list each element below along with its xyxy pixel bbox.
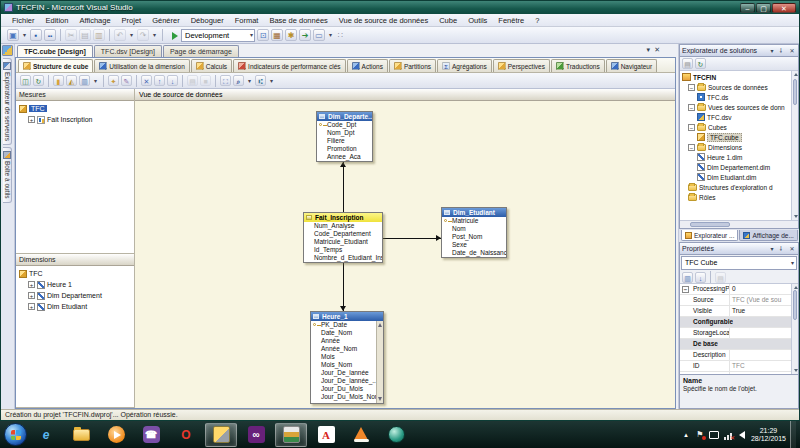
table-field[interactable]: Année <box>311 337 383 345</box>
new-project-icon[interactable] <box>7 29 19 41</box>
doc-list-chevron-icon[interactable] <box>647 46 651 54</box>
node-roles[interactable]: Rôles <box>680 192 798 202</box>
add-cube-dimension-icon[interactable] <box>108 75 119 86</box>
table-field[interactable]: Nom <box>442 225 506 233</box>
start-debug-icon[interactable] <box>167 29 179 41</box>
menu-outils[interactable]: Outils <box>463 15 492 26</box>
show-all-files-icon[interactable] <box>682 58 693 69</box>
taskbar-adobe-reader[interactable] <box>310 423 342 447</box>
table-field[interactable]: Num_Analyse <box>304 222 382 230</box>
alphabetical-icon[interactable] <box>695 272 706 283</box>
grid-dropdown-icon[interactable] <box>92 75 99 87</box>
prop-description[interactable]: Description <box>680 350 798 361</box>
pin-icon[interactable] <box>778 47 786 54</box>
refresh-icon[interactable] <box>695 58 706 69</box>
table-field[interactable]: Jour_Du_Mois_Nom <box>311 393 383 401</box>
prop-id[interactable]: IDTFC <box>680 361 798 372</box>
table-field[interactable]: Nombre_d_Etudiant_Ins... <box>304 254 382 262</box>
prop-source[interactable]: SourceTFC (Vue de sou <box>680 295 798 306</box>
pin-icon[interactable] <box>778 245 786 252</box>
tab-utilisation-dimension[interactable]: Utilisation de la dimension <box>94 59 190 72</box>
taskbar-clock[interactable]: 21:29 28/12/2015 <box>751 427 786 443</box>
table-field[interactable]: PK_Date <box>311 321 383 329</box>
dimension-dim-etudiant[interactable]: Dim Etudiant <box>16 301 134 312</box>
refresh-icon[interactable] <box>33 75 44 86</box>
deploy-icon[interactable] <box>299 29 311 41</box>
menu-format[interactable]: Format <box>230 15 264 26</box>
table-field[interactable]: Matricule_Etudiant <box>304 238 382 246</box>
category-de-base[interactable]: De base <box>680 339 798 350</box>
menu-edition[interactable]: Edition <box>41 15 74 26</box>
prop-visible[interactable]: VisibleTrue <box>680 306 798 317</box>
table-fait-inscription[interactable]: Fait_Inscription Num_Analyse Code_Depart… <box>303 212 383 263</box>
table-scrollbar[interactable] <box>376 321 383 403</box>
categorized-icon[interactable] <box>682 272 693 283</box>
window-layout-icon[interactable] <box>313 29 325 41</box>
table-field[interactable]: Nom_Dpt <box>317 129 372 137</box>
undo-icon[interactable] <box>114 29 126 41</box>
move-down-icon[interactable] <box>167 75 178 86</box>
delete-icon[interactable] <box>141 75 152 86</box>
taskbar-globe-app[interactable] <box>380 423 412 447</box>
chevron-down-icon[interactable] <box>768 245 776 252</box>
close-icon[interactable] <box>788 245 796 252</box>
table-field[interactable]: Promotion <box>317 145 372 153</box>
solution-explorer-titlebar[interactable]: Explorateur de solutions <box>679 44 799 57</box>
table-header[interactable]: Dim_Departe... <box>317 112 372 121</box>
tab-kpi[interactable]: Indicateurs de performance clés <box>233 59 346 72</box>
node-tfc-ds[interactable]: TFC.ds <box>680 92 798 102</box>
menu-base-de-donnees[interactable]: Base de données <box>264 15 332 26</box>
node-tfcfin[interactable]: TFCFIN <box>680 72 798 82</box>
node-sources-de-donnees[interactable]: Sources de données <box>680 82 798 92</box>
zoom-icon[interactable] <box>233 75 244 86</box>
menu-aide[interactable]: ? <box>530 15 544 26</box>
process-cube-icon[interactable] <box>20 75 31 86</box>
tab-boite-a-outils[interactable]: Boîte à outils <box>3 147 12 203</box>
taskbar-visual-studio[interactable] <box>240 423 272 447</box>
taskbar-media-player[interactable] <box>100 423 132 447</box>
fit-diagram-icon[interactable] <box>220 75 231 86</box>
redo-icon[interactable] <box>137 29 149 41</box>
taskbar-ssms-tool[interactable] <box>205 423 237 447</box>
table-field[interactable]: Mois_Nom <box>311 361 383 369</box>
solution-configuration-combo[interactable]: Development <box>181 29 255 42</box>
taskbar-file-explorer[interactable] <box>65 423 97 447</box>
tab-affichage-classes[interactable]: Affichage de... <box>739 230 797 241</box>
server-explorer-strip-icon[interactable] <box>2 45 13 56</box>
prop-processingprio[interactable]: ProcessingPrio0 <box>680 284 798 295</box>
titlebar[interactable]: TFCFIN - Microsoft Visual Studio <box>1 1 799 14</box>
table-field[interactable]: Matricule <box>442 217 506 225</box>
table-field[interactable]: Date_Nom <box>311 329 383 337</box>
tab-explorateur-de-serveurs[interactable]: Explorateur de serveurs <box>3 58 12 145</box>
table-field[interactable]: Post_Nom <box>442 233 506 241</box>
collapse-icon[interactable] <box>688 104 695 111</box>
vertical-scrollbar[interactable] <box>791 284 798 374</box>
table-field[interactable]: Date_de_Naissance <box>442 249 506 257</box>
table-field[interactable]: Jour_De_lannée <box>311 369 383 377</box>
prop-name[interactable]: NameTFC <box>680 372 798 374</box>
dimension-heure-1[interactable]: Heure 1 <box>16 279 134 290</box>
volume-icon[interactable] <box>737 430 747 440</box>
tab-perspectives[interactable]: Perspectives <box>493 59 550 72</box>
zoom-dropdown-icon[interactable] <box>246 75 253 87</box>
properties-object-combo[interactable]: TFC Cube <box>681 256 797 270</box>
horizontal-scrollbar[interactable] <box>680 220 798 228</box>
prop-storagelocation[interactable]: StorageLocatio <box>680 328 798 339</box>
display-icon[interactable] <box>709 430 719 440</box>
collapse-icon[interactable] <box>682 286 689 293</box>
taskbar-sql-server[interactable] <box>275 423 307 447</box>
properties-titlebar[interactable]: Propriétés <box>679 242 799 255</box>
vertical-scrollbar[interactable] <box>791 71 798 220</box>
show-desktop-button[interactable] <box>790 421 796 448</box>
properties-window-icon[interactable] <box>271 29 283 41</box>
tab-agregations[interactable]: Agrégations <box>437 59 492 72</box>
layout-dropdown-icon[interactable] <box>268 75 275 87</box>
tab-traductions[interactable]: Traductions <box>551 59 605 72</box>
table-field[interactable]: Annee_Aca <box>317 153 372 161</box>
show-friendly-names-icon[interactable] <box>187 75 198 86</box>
action-center-flag-icon[interactable] <box>695 430 705 440</box>
dsv-diagram[interactable]: Dim_Departe... Code_Dpt Nom_Dpt Filiere … <box>135 101 675 408</box>
tab-actions[interactable]: Actions <box>347 59 388 72</box>
table-field[interactable]: Jour_De_lannée_... <box>311 377 383 385</box>
menu-cube[interactable]: Cube <box>434 15 462 26</box>
